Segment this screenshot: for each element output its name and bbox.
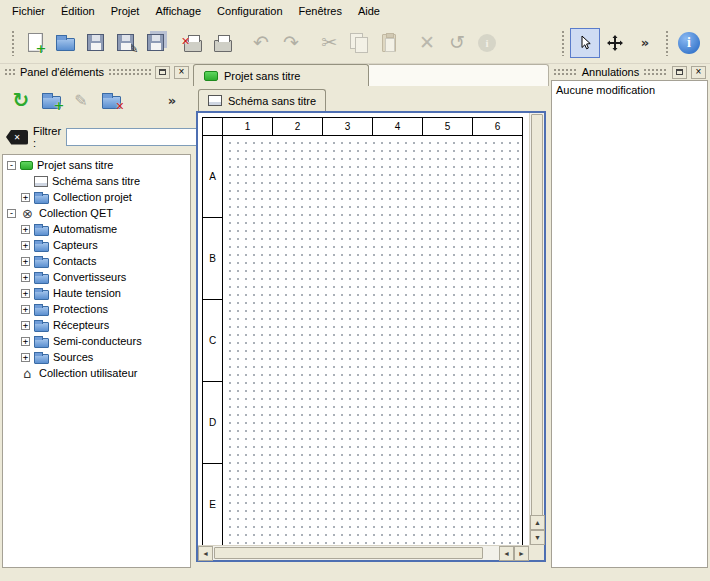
folder-icon [34,194,49,204]
expander-icon[interactable]: + [21,289,30,298]
tree-item-automatisme[interactable]: + Automatisme [3,221,190,237]
dock-grip[interactable] [4,68,16,76]
undo-history-list[interactable]: Aucune modification [551,80,708,568]
toolbar-grip[interactable] [665,30,669,56]
expander-icon[interactable]: + [21,241,30,250]
panel-overflow-button[interactable]: » [157,85,187,115]
move-tool-button[interactable] [600,28,630,58]
close-file-button[interactable]: ✕ [178,28,208,58]
dock-grip[interactable] [108,68,151,76]
horizontal-scrollbar-thumb[interactable] [214,547,483,559]
select-tool-button[interactable] [570,28,600,58]
vertical-scrollbar-thumb[interactable] [531,114,543,529]
tree-item-semi-conducteurs[interactable]: + Semi-conducteurs [3,333,190,349]
scroll-up-button[interactable]: ▲ [530,515,545,530]
expander-icon[interactable]: + [21,353,30,362]
vertical-scrollbar[interactable]: ▲ ▼ [529,113,544,545]
delete-button[interactable]: ✕ [412,28,442,58]
reload-collections-button[interactable]: ↻ [6,85,36,115]
toolbar-grip[interactable] [561,30,565,56]
diagram-view[interactable]: 1 2 3 4 5 6 A B C D E [196,111,546,562]
tree-item-recepteurs[interactable]: + Récepteurs [3,317,190,333]
expander-icon[interactable]: - [7,209,16,218]
save-as-button[interactable]: ✎ [110,28,140,58]
tree-item-projet-sans-titre[interactable]: - Projet sans titre [3,157,190,173]
scroll-down-button[interactable]: ▼ [530,530,545,545]
qelectrotech-window: Fichier Édition Projet Affichage Configu… [0,0,710,581]
delete-icon: ✕ [419,33,435,52]
save-all-button[interactable] [140,28,170,58]
dock-grip[interactable] [643,68,668,76]
expander-icon[interactable]: + [21,273,30,282]
menu-fichier[interactable]: Fichier [4,2,53,20]
tree-item-collection-projet[interactable]: + Collection projet [3,189,190,205]
row-header: C [203,300,223,382]
tree-item-collection-qet[interactable]: - ⊗ Collection QET [3,205,190,221]
new-document-button[interactable]: + [20,28,50,58]
expander-icon[interactable]: - [7,161,16,170]
tree-item-sources[interactable]: + Sources [3,349,190,365]
scroll-right-button[interactable]: ► [514,546,529,561]
horizontal-scrollbar[interactable]: ◄ ◄ ► [198,545,529,560]
expander-icon[interactable]: + [21,193,30,202]
undo-panel-title-bar[interactable]: Annulations × [551,64,708,80]
tree-item-protections[interactable]: + Protections [3,301,190,317]
toolbar-grip[interactable] [11,30,15,56]
tree-item-contacts[interactable]: + Contacts [3,253,190,269]
float-panel-button[interactable] [672,66,687,79]
redo-button[interactable]: ↷ [276,28,306,58]
save-button[interactable] [80,28,110,58]
tree-item-schema-sans-titre[interactable]: Schéma sans titre [3,173,190,189]
horizontal-scrollbar-track[interactable] [213,546,499,560]
rotate-button[interactable]: ↺ [442,28,472,58]
float-panel-button[interactable] [155,66,170,79]
menu-fenetres[interactable]: Fenêtres [291,2,350,20]
tree-item-label: Collection projet [53,191,132,203]
diagram-canvas[interactable]: 1 2 3 4 5 6 A B C D E [198,113,529,545]
tree-item-label: Sources [53,351,93,363]
clear-filter-button[interactable]: ✕ [6,130,28,145]
dock-grip[interactable] [553,68,578,76]
open-file-button[interactable] [50,28,80,58]
chevron-right-icon: » [641,36,649,49]
undo-button[interactable]: ↶ [246,28,276,58]
tree-item-collection-utilisateur[interactable]: ⌂ Collection utilisateur [3,365,190,381]
tree-item-haute-tension[interactable]: + Haute tension [3,285,190,301]
expander-icon[interactable]: + [21,321,30,330]
menu-projet[interactable]: Projet [103,2,148,20]
row-header: D [203,382,223,464]
expander-icon[interactable]: + [21,225,30,234]
menu-edition[interactable]: Édition [53,2,103,20]
new-element-button[interactable]: + [36,85,66,115]
scroll-left-button-2[interactable]: ◄ [499,546,514,561]
menu-affichage[interactable]: Affichage [147,2,209,20]
tree-item-convertisseurs[interactable]: + Convertisseurs [3,269,190,285]
tree-item-capteurs[interactable]: + Capteurs [3,237,190,253]
elements-tree[interactable]: - Projet sans titre Schéma sans titre + … [2,154,191,568]
pencil-icon: ✎ [128,43,138,55]
toolbar-overflow-button[interactable]: » [630,28,660,58]
delete-element-button[interactable]: ✕ [96,85,126,115]
tab-schema[interactable]: Schéma sans titre [198,89,326,111]
tree-item-label: Récepteurs [53,319,109,331]
undo-empty-text: Aucune modification [556,84,703,96]
help-about-button[interactable]: i [674,28,704,58]
elements-panel-title-bar[interactable]: Panel d'éléments × [2,64,191,80]
edit-element-button[interactable]: ✎ [66,85,96,115]
element-info-button[interactable]: i [472,28,502,58]
cut-button[interactable]: ✂ [314,28,344,58]
filter-input[interactable] [66,128,214,146]
copy-button[interactable] [344,28,374,58]
expander-icon[interactable]: + [21,337,30,346]
paste-button[interactable] [374,28,404,58]
menu-configuration[interactable]: Configuration [209,2,290,20]
scroll-left-button[interactable]: ◄ [198,546,213,561]
project-icon [204,71,218,81]
close-panel-button[interactable]: × [174,66,189,79]
expander-icon[interactable]: + [21,305,30,314]
menu-aide[interactable]: Aide [350,2,388,20]
expander-icon[interactable]: + [21,257,30,266]
print-button[interactable] [208,28,238,58]
tab-project[interactable]: Projet sans titre [193,64,369,86]
close-panel-button[interactable]: × [691,66,706,79]
